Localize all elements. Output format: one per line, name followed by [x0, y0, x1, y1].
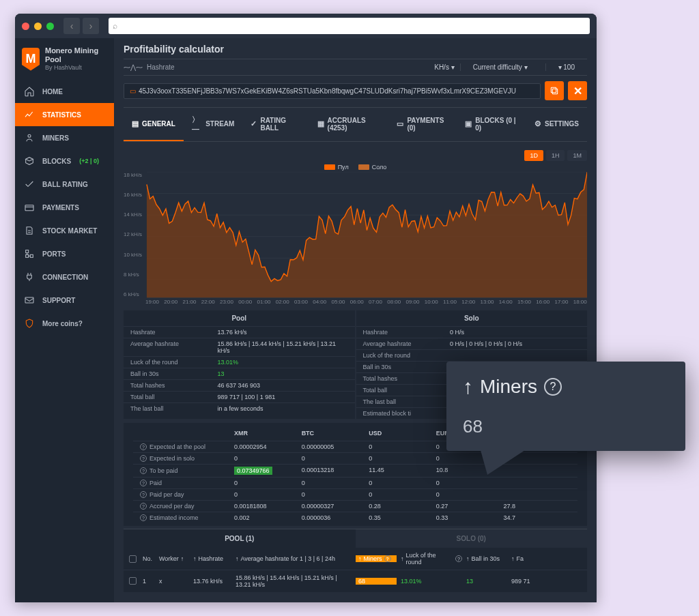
sidebar-item-home[interactable]: HOME: [15, 80, 114, 103]
col-ball[interactable]: Ball in 30s: [466, 555, 507, 562]
tab-payments[interactable]: ▭PAYMENTS (0): [388, 108, 457, 141]
copy-button[interactable]: [545, 81, 564, 100]
blocks-icon: [23, 155, 35, 167]
unit-select[interactable]: KH/s ▾: [434, 63, 454, 71]
home-icon: [23, 85, 35, 98]
profitability-calculator: Profitability calculator ⁓⋀⁓Hashrate KH/…: [114, 38, 597, 145]
col-worker[interactable]: Worker: [159, 555, 189, 562]
mail-icon: [23, 294, 35, 306]
legend-swatch-icon: [358, 164, 369, 170]
check-icon: [23, 178, 35, 190]
tab-settings[interactable]: ⚙SETTINGS: [526, 108, 587, 141]
sidebar-item-statistics[interactable]: STATISTICS: [15, 103, 114, 126]
sidebar-item-label: HOME: [42, 88, 63, 96]
page-title: Profitability calculator: [124, 44, 587, 55]
sidebar-item-label: More coins?: [42, 320, 83, 327]
help-icon[interactable]: ?: [544, 378, 562, 396]
callout-value: 68: [463, 416, 669, 437]
stream-icon: 〉—: [192, 115, 202, 133]
sidebar-item-stock-market[interactable]: STOCK MARKET: [15, 219, 114, 242]
logo[interactable]: M Monero Mining Pool By HashVault: [15, 42, 114, 80]
callout-pointer-icon: [481, 450, 525, 475]
sidebar-item-ball-rating[interactable]: BALL RATING: [15, 173, 114, 196]
hashrate-chart: 18 kH/s 16 kH/s 14 kH/s 12 kH/s 10 kH/s …: [124, 172, 587, 308]
col-avg-hashrate[interactable]: Average hashrate for 1 | 3 | 6 | 24h: [236, 555, 352, 562]
solo-stats-title: Solo: [356, 310, 588, 326]
content-area: Profitability calculator ⁓⋀⁓Hashrate KH/…: [114, 38, 597, 602]
workers-table: No. Worker Hashrate Average hashrate for…: [124, 548, 587, 592]
col-hashrate[interactable]: Hashrate: [193, 555, 231, 562]
svg-rect-6: [552, 89, 557, 93]
sidebar-item-label: BALL RATING: [42, 181, 88, 188]
tab-accruals[interactable]: ▦ACCRUALS (4253): [309, 108, 389, 141]
stat-row: Total hashes46 637 346 903: [124, 379, 355, 391]
arrow-up-icon: [511, 555, 515, 562]
wallet-address-input[interactable]: ▭45J3v3ooxT335ENFjJBB3s7WS7xGеkEKiBW4Z6s…: [124, 83, 541, 99]
sidebar-item-label: STATISTICS: [42, 111, 81, 119]
main-content: M Monero Mining Pool By HashVault HOME S…: [15, 38, 597, 602]
col-luck[interactable]: Luck of the round ?: [401, 552, 462, 566]
url-bar[interactable]: ⌕: [109, 18, 590, 34]
col-no[interactable]: No.: [143, 555, 155, 562]
close-window-icon[interactable]: [22, 23, 29, 30]
tab-stream[interactable]: 〉—STREAM: [184, 108, 243, 141]
sidebar-item-payments[interactable]: PAYMENTS: [15, 196, 114, 219]
forward-button[interactable]: ›: [83, 18, 99, 34]
chart-legend: Пул Соло: [124, 164, 587, 171]
logo-icon: M: [22, 48, 40, 71]
chart-svg: [124, 172, 587, 308]
range-1h[interactable]: 1H: [546, 150, 565, 161]
nav-buttons: ‹ ›: [63, 18, 99, 34]
help-icon: ?: [140, 455, 147, 462]
workers-mode-tabs: POOL (1) SOLO (0): [124, 529, 587, 548]
arrow-up-icon: [401, 555, 404, 562]
range-1m[interactable]: 1M: [567, 150, 587, 161]
legend-swatch-icon: [324, 164, 335, 170]
sidebar-item-ports[interactable]: PORTS: [15, 242, 114, 265]
close-button[interactable]: ✕: [568, 81, 587, 100]
app-title: Monero Mining Pool: [45, 46, 107, 64]
row-checkbox[interactable]: [129, 577, 137, 585]
window-controls: [22, 23, 54, 30]
sidebar: M Monero Mining Pool By HashVault HOME S…: [15, 38, 114, 602]
sidebar-item-label: BLOCKS: [42, 158, 71, 165]
select-all-checkbox[interactable]: [129, 555, 137, 563]
col-fa[interactable]: Fa: [511, 555, 532, 562]
arrow-up-icon: [181, 555, 184, 562]
svg-point-0: [28, 135, 31, 138]
workers-tab-pool[interactable]: POOL (1): [124, 529, 356, 548]
sidebar-item-connection[interactable]: CONNECTION: [15, 265, 114, 289]
earnings-row: ? Estimated income0.0020.00000360.350.33…: [133, 512, 577, 523]
back-button[interactable]: ‹: [63, 18, 80, 34]
help-icon: ?: [140, 467, 147, 474]
tab-general[interactable]: ▤GENERAL: [124, 108, 184, 141]
worker-row[interactable]: 1 x 13.76 kH/s 15.86 kH/s | 15.44 kH/s |…: [124, 570, 587, 592]
ports-icon: [23, 248, 35, 260]
tab-blocks[interactable]: ▣BLOCKS (0 | 0): [457, 108, 526, 141]
pulse-icon: ⁓⋀⁓: [124, 63, 143, 71]
range-1d[interactable]: 1D: [524, 150, 543, 161]
chevron-down-icon: ▾: [524, 63, 528, 71]
sidebar-item-more-coins[interactable]: More coins?: [15, 312, 114, 335]
sidebar-item-support[interactable]: SUPPORT: [15, 289, 114, 312]
workers-tab-solo[interactable]: SOLO (0): [356, 529, 588, 548]
difficulty-select[interactable]: Current difficulty ▾: [460, 63, 540, 71]
cube-icon: ▣: [465, 119, 472, 128]
help-icon: ?: [140, 491, 147, 498]
col-miners[interactable]: Miners ?: [356, 555, 397, 562]
arrow-up-icon: [466, 555, 470, 562]
stat-row: Average hashrate0 H/s | 0 H/s | 0 H/s | …: [356, 338, 588, 349]
sidebar-item-miners[interactable]: MINERS: [15, 126, 114, 149]
shield-icon: [23, 317, 35, 329]
maximize-window-icon[interactable]: [46, 23, 54, 30]
hashrate-input[interactable]: ⁓⋀⁓Hashrate: [124, 63, 429, 71]
sidebar-item-blocks[interactable]: BLOCKS(+2 | 0): [15, 149, 114, 173]
tab-rating-ball[interactable]: ✓RATING BALL: [242, 108, 309, 141]
sidebar-item-label: MINERS: [42, 134, 69, 142]
wallet-icon: ▭: [130, 87, 136, 95]
help-icon: ?: [140, 503, 147, 510]
sidebar-item-label: SUPPORT: [42, 297, 75, 304]
multiplier-select[interactable]: ▾ 100: [545, 63, 587, 71]
help-icon: ?: [455, 555, 462, 562]
minimize-window-icon[interactable]: [34, 23, 42, 30]
